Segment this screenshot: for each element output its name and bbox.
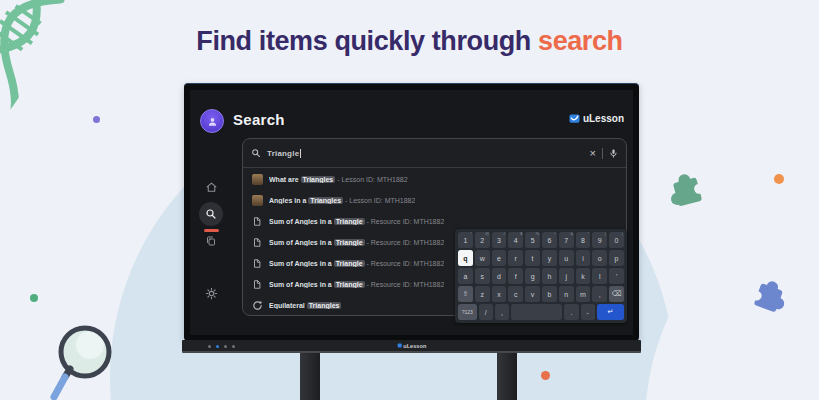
result-type-icon	[251, 279, 263, 291]
keyboard-key[interactable]: /	[479, 304, 493, 320]
keyboard-key[interactable]: s	[475, 268, 490, 284]
matched-term: Triangle	[334, 239, 365, 246]
headline-highlight: search	[538, 26, 623, 56]
dot-purple	[93, 116, 100, 123]
keyboard-key[interactable]: n	[559, 286, 574, 302]
keyboard-key[interactable]: f	[508, 268, 523, 284]
keyboard-key[interactable]: ,	[592, 286, 607, 302]
keyboard-key[interactable]: 7&	[559, 232, 574, 248]
keyboard-key[interactable]: 3#	[492, 232, 507, 248]
tv-frame: Search uLesson	[184, 83, 639, 341]
keyboard-key[interactable]: 9(	[592, 232, 607, 248]
search-query-text: Triangle	[267, 149, 299, 158]
avatar[interactable]	[200, 109, 224, 133]
matched-term: Triangle	[334, 260, 365, 267]
result-type-icon	[251, 300, 263, 312]
search-result-row[interactable]: What are Triangles - Lesson ID: MTH1882	[243, 169, 626, 190]
keyboard-key[interactable]: i	[576, 250, 591, 266]
bezel-brand-logo: uLesson	[397, 343, 426, 349]
keyboard-key[interactable]: d	[492, 268, 507, 284]
keyboard-key[interactable]: x	[492, 286, 507, 302]
document-icon	[252, 237, 263, 248]
keyboard-key[interactable]: g	[525, 268, 540, 284]
document-icon	[252, 279, 263, 290]
library-icon[interactable]	[204, 234, 218, 248]
page-title: Find items quickly through search	[0, 26, 819, 57]
on-screen-keyboard: 1!2@3#4$5%6^7&8*9(0) qwertyuiop asdfghjk…	[455, 229, 627, 323]
keyboard-key[interactable]: j	[559, 268, 574, 284]
result-type-icon	[251, 216, 263, 228]
result-type-icon	[251, 258, 263, 270]
microphone-icon[interactable]	[609, 148, 618, 159]
keyboard-key[interactable]: -	[581, 304, 595, 320]
dot-orange	[774, 174, 784, 184]
result-type-icon	[251, 174, 263, 186]
result-text: Sum of Angles in a Triangle - Resource I…	[269, 218, 444, 225]
keyboard-key[interactable]: 8*	[576, 232, 591, 248]
keyboard-key[interactable]: q	[458, 250, 473, 266]
keyboard-row: qwertyuiop	[458, 250, 624, 266]
keyboard-key[interactable]: ⌫	[609, 286, 624, 302]
keyboard-key[interactable]: v	[525, 286, 540, 302]
keyboard-key[interactable]: o	[592, 250, 607, 266]
refresh-circle-icon	[252, 300, 263, 311]
search-icon	[205, 208, 217, 220]
dot-orange-small	[541, 371, 550, 380]
search-result-row[interactable]: Angles in a Triangles - Lesson ID: MTH18…	[243, 190, 626, 211]
keyboard-key[interactable]: ↵	[597, 304, 624, 320]
settings-gear-icon[interactable]	[204, 286, 218, 300]
keyboard-key[interactable]: 4$	[508, 232, 523, 248]
keyboard-key[interactable]: 0)	[609, 232, 624, 248]
dot-green	[30, 294, 38, 302]
divider	[602, 148, 603, 159]
keyboard-key[interactable]: ⇧	[458, 286, 473, 302]
keyboard-key[interactable]: k	[576, 268, 591, 284]
tv-stand-right	[497, 353, 517, 400]
keyboard-key[interactable]: y	[542, 250, 557, 266]
keyboard-key[interactable]	[511, 304, 562, 320]
keyboard-key[interactable]: 2@	[475, 232, 490, 248]
tv-stand-left	[300, 353, 320, 400]
keyboard-key[interactable]: m	[576, 286, 591, 302]
brand-logo: uLesson	[569, 113, 624, 124]
result-text: Sum of Angles in a Triangle - Resource I…	[269, 239, 444, 246]
keyboard-key[interactable]: h	[542, 268, 557, 284]
keyboard-key[interactable]: u	[559, 250, 574, 266]
sidebar-item-search-active[interactable]	[199, 202, 223, 226]
tv-bezel: uLesson	[182, 340, 641, 353]
puzzle-piece-green-icon	[660, 163, 714, 217]
keyboard-key[interactable]: l	[592, 268, 607, 284]
keyboard-key[interactable]: b	[542, 286, 557, 302]
keyboard-key[interactable]: ?123	[458, 304, 477, 320]
result-type-icon	[251, 195, 263, 207]
keyboard-key[interactable]: 5%	[525, 232, 540, 248]
keyboard-key[interactable]: '	[609, 268, 624, 284]
matched-term: Triangles	[301, 176, 336, 183]
keyboard-row: ?123/,.-↵	[458, 304, 624, 320]
keyboard-key[interactable]: w	[475, 250, 490, 266]
keyboard-key[interactable]: .	[564, 304, 578, 320]
ulesson-logo-mark	[397, 344, 401, 348]
keyboard-key[interactable]: c	[508, 286, 523, 302]
keyboard-key[interactable]: z	[475, 286, 490, 302]
search-input[interactable]: Triangle ×	[243, 139, 626, 168]
keyboard-key[interactable]: ,	[495, 304, 509, 320]
keyboard-key[interactable]: p	[609, 250, 624, 266]
text-caret	[300, 149, 301, 158]
active-tab-underline	[204, 229, 219, 232]
magnifier-illustration	[50, 322, 120, 400]
keyboard-key[interactable]: r	[508, 250, 523, 266]
clear-search-icon[interactable]: ×	[590, 148, 596, 159]
screen: Search uLesson	[190, 90, 633, 335]
keyboard-row: 1!2@3#4$5%6^7&8*9(0)	[458, 232, 624, 248]
keyboard-row: asdfghjkl'	[458, 268, 624, 284]
matched-term: Triangles	[308, 197, 343, 204]
home-icon[interactable]	[204, 180, 218, 194]
result-text: Angles in a Triangles - Lesson ID: MTH18…	[269, 197, 415, 204]
keyboard-key[interactable]: 6^	[542, 232, 557, 248]
document-icon	[252, 258, 263, 269]
keyboard-key[interactable]: t	[525, 250, 540, 266]
keyboard-key[interactable]: a	[458, 268, 473, 284]
keyboard-key[interactable]: 1!	[458, 232, 473, 248]
keyboard-key[interactable]: e	[492, 250, 507, 266]
